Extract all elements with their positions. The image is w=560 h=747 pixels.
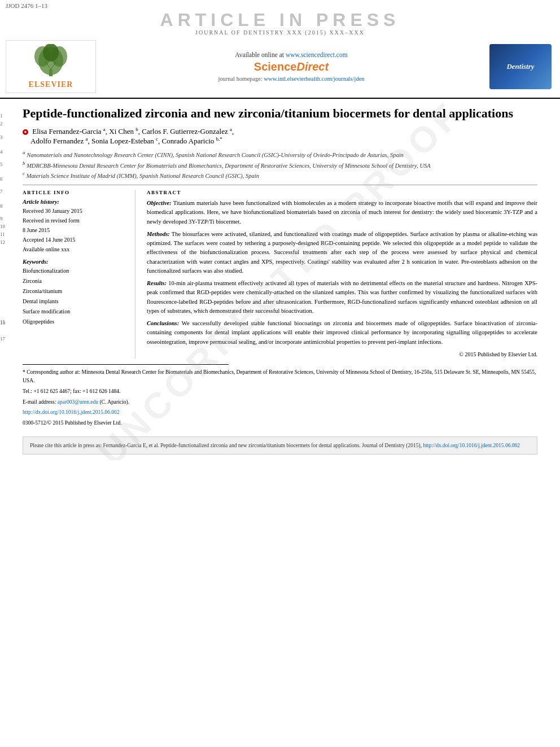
accepted-date: Accepted 14 June 2015 — [23, 235, 127, 244]
email-link[interactable]: apar003@umn.edu — [58, 399, 98, 405]
footnote-email: E-mail address: apar003@umn.edu (C. Apar… — [23, 398, 537, 407]
keyword-3: Zirconia/titanium — [23, 286, 127, 296]
keyword-2: Zirconia — [23, 276, 127, 286]
line-num-16-area: 16 17 — [0, 320, 5, 342]
abstract-text: Objective: Titanium materials have been … — [147, 199, 537, 359]
dentistry-logo-inner: Dentistry — [489, 44, 552, 89]
journal-homepage-link[interactable]: www.intl.elsevierhealth.com/journals/jde… — [264, 76, 364, 82]
affiliations: a Nanomaterials and Nanotechnology Resea… — [23, 149, 537, 180]
sciencedirect-url-link[interactable]: www.sciencedirect.com — [286, 51, 348, 58]
affiliation-c: c Materials Science Institute of Madrid … — [23, 170, 537, 180]
footnote-issn: 0300-5712/© 2015 Published by Elsevier L… — [23, 419, 537, 427]
email-name: (C. Aparicio). — [99, 399, 129, 405]
right-col-abstract: ABSTRACT Objective: Titanium materials h… — [147, 190, 537, 359]
citation-text: Please cite this article in press as: Fe… — [30, 443, 422, 448]
results-text: 10-min air-plasma treatment effectively … — [147, 280, 537, 314]
keyword-6: Oligopeptides — [23, 317, 127, 327]
journal-header: ELSEVIER Available online at www.science… — [0, 36, 560, 99]
methods-text: The biosurfaces were activated, silanize… — [147, 231, 537, 274]
abstract-objective: Objective: Titanium materials have been … — [147, 199, 537, 226]
keywords-label: Keywords: — [23, 259, 127, 265]
journal-id: JJOD 2476 1–13 — [6, 2, 47, 9]
conclusions-label: Conclusions: — [147, 320, 179, 326]
abstract-copyright: © 2015 Published by Elsevier Ltd. — [147, 350, 537, 359]
line-num-16: 16 — [0, 320, 5, 326]
available-online: Available online xxx — [23, 244, 127, 254]
line-num-6: 6 — [0, 177, 3, 182]
article-info-heading: ARTICLE INFO — [23, 190, 127, 195]
article-info-dates: Received 30 January 2015 Received in rev… — [23, 206, 127, 254]
footnote-tel: Tel.: +1 612 625 4467; fax: +1 612 626 1… — [23, 387, 537, 396]
citation-box: Please cite this article in press as: Fe… — [23, 436, 537, 455]
dentistry-logo-box: Dentistry — [487, 40, 554, 93]
footnote-doi: http://dx.doi.org/10.1016/j.jdent.2015.0… — [23, 408, 537, 417]
corr-author-icon: ● — [23, 129, 28, 135]
journal-homepage-line: journal homepage: www.intl.elsevierhealt… — [218, 76, 364, 82]
line-num-1: 1 — [0, 113, 3, 119]
dentistry-logo-label: Dentistry — [506, 62, 534, 72]
keyword-1: Biofunctionalization — [23, 266, 127, 276]
affiliation-b: b MDRCBB-Minnesota Dental Research Cente… — [23, 160, 537, 170]
conclusions-text: We successfully developed stable functio… — [147, 320, 537, 345]
elsevier-tree-icon — [28, 44, 73, 78]
methods-label: Methods: — [147, 231, 170, 237]
received-revised-label: Received in revised form — [23, 216, 127, 225]
available-online-text: Available online at www.sciencedirect.co… — [235, 51, 347, 58]
doi-link[interactable]: http://dx.doi.org/10.1016/j.jdent.2015.0… — [23, 409, 120, 415]
affiliation-a: a Nanomaterials and Nanotechnology Resea… — [23, 149, 537, 159]
keyword-4: Dental implants — [23, 296, 127, 307]
two-col-section: ARTICLE INFO Article history: Received 3… — [23, 190, 537, 359]
line-num-3: 3 — [0, 135, 3, 140]
keyword-5: Surface modification — [23, 307, 127, 317]
objective-text: Titanium materials have been functionali… — [147, 200, 537, 225]
abstract-conclusions: Conclusions: We successfully developed s… — [147, 319, 537, 347]
line-num-17: 17 — [0, 336, 5, 342]
line-num-9: 9 — [0, 216, 3, 221]
line-num-8: 8 — [0, 204, 3, 209]
line-num-2: 2 — [0, 121, 3, 126]
article-title: Peptide-functionalized zirconia and new … — [23, 106, 537, 122]
authors-line: ● Elisa Fernandez-Garcia a, Xi Chen b, C… — [23, 126, 537, 146]
divider-after-affiliations — [23, 185, 537, 185]
journal-center: Available online at www.sciencedirect.co… — [102, 40, 481, 93]
received-date: Received 30 January 2015 — [23, 206, 127, 216]
main-content: UNCORRECTED PROOF 1 2 3 4 5 6 7 8 9 10 1… — [0, 106, 560, 460]
article-in-press-banner: ARTICLE IN PRESS JOURNAL OF DENTISTRY XX… — [0, 10, 560, 36]
results-label: Results: — [147, 280, 167, 286]
footnote-divider — [23, 364, 229, 365]
citation-doi-link[interactable]: http://dx.doi.org/10.1016/j.jdent.2015.0… — [423, 443, 520, 448]
line-num-7: 7 — [0, 189, 3, 194]
footnote-corresponding-author: * Corresponding author at: Minnesota Den… — [23, 368, 537, 385]
elsevier-logo-box: ELSEVIER — [6, 40, 96, 93]
sciencedirect-brand: ScienceDirect — [254, 60, 329, 73]
line-num-4: 4 — [0, 150, 3, 155]
objective-label: Objective: — [147, 200, 172, 206]
received-revised-date: 8 June 2015 — [23, 225, 127, 235]
elsevier-brand-label: ELSEVIER — [29, 80, 73, 89]
author-elisa: Elisa Fernandez-Garcia a, Xi Chen b, Car… — [32, 127, 234, 136]
aip-title: ARTICLE IN PRESS — [6, 10, 554, 30]
line-num-5: 5 — [0, 162, 3, 167]
line-num-10: 10 — [0, 224, 5, 229]
abstract-methods: Methods: The biosurfaces were activated,… — [147, 230, 537, 276]
line-num-12: 12 — [0, 240, 5, 245]
article-history-label: Article history: — [23, 199, 127, 205]
line-num-11: 11 — [0, 232, 5, 237]
abstract-results: Results: 10-min air-plasma treatment eff… — [147, 279, 537, 316]
svg-point-4 — [43, 44, 59, 62]
left-col: ARTICLE INFO Article history: Received 3… — [23, 190, 135, 359]
abstract-heading: ABSTRACT — [147, 190, 537, 195]
keywords-list: Biofunctionalization Zirconia Zirconia/t… — [23, 266, 127, 327]
author-adolfo: Adolfo Fernandez a, Sonia Lopez-Esteban … — [30, 137, 222, 145]
